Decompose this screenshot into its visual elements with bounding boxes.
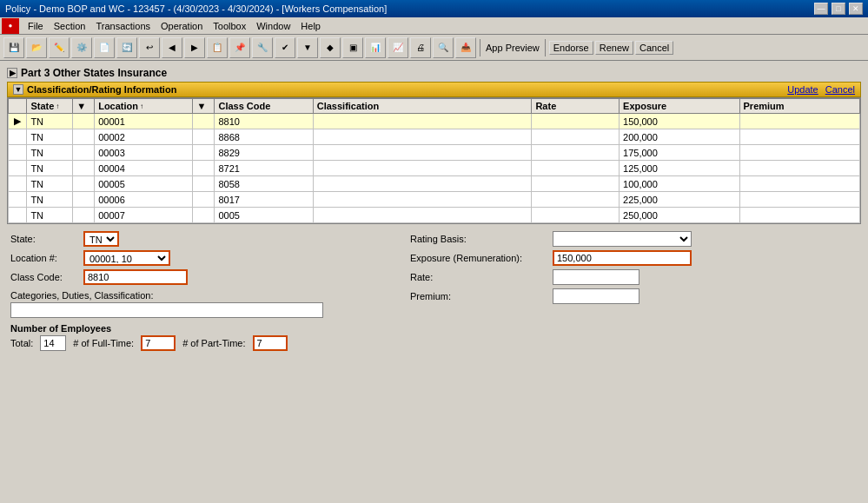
menu-help[interactable]: Help [295, 20, 326, 32]
menu-file[interactable]: File [23, 20, 49, 32]
parttime-input[interactable] [253, 335, 288, 351]
minimize-button[interactable]: — [814, 3, 828, 15]
toolbar-btn7[interactable]: 📌 [229, 37, 250, 58]
cell-rate [532, 176, 620, 192]
menu-operation[interactable]: Operation [156, 20, 208, 32]
table-row[interactable]: TN 00007 0005 250,000 [9, 208, 860, 223]
toolbar-btn1[interactable]: 📄 [94, 37, 115, 58]
toolbar-separator [480, 39, 480, 56]
edit-button[interactable]: ✏️ [49, 37, 70, 58]
cell-location-blank [193, 176, 215, 192]
cell-location: 00003 [95, 145, 193, 161]
classcode-input[interactable] [83, 269, 188, 285]
exposure-label: Exposure (Remuneration): [410, 253, 549, 263]
cell-rate [532, 208, 620, 223]
employees-row: Total: # of Full-Time: # of Part-Time: [10, 335, 858, 351]
toolbar-btn15[interactable]: 🖨 [410, 37, 431, 58]
update-link[interactable]: Update [787, 84, 818, 95]
categories-input[interactable] [10, 302, 323, 318]
toolbar-btn8[interactable]: 🔧 [252, 37, 273, 58]
menu-bar: ● File Section Transactions Operation To… [0, 17, 868, 35]
premium-input[interactable] [553, 288, 639, 304]
table-row[interactable]: TN 00002 8868 200,000 [9, 129, 860, 145]
state-select[interactable]: TN [83, 231, 119, 247]
main-content: ▶ Part 3 Other States Insurance ▼ Classi… [0, 61, 868, 358]
cell-classification [313, 161, 532, 176]
cell-location: 00001 [95, 114, 193, 129]
table-row[interactable]: TN 00003 8829 175,000 [9, 145, 860, 161]
toolbar-btn14[interactable]: 📈 [388, 37, 408, 58]
total-input[interactable] [40, 335, 66, 351]
toolbar: 💾 📂 ✏️ ⚙️ 📄 🔄 ↩ ◀ ▶ 📋 📌 🔧 ✔ ▼ ◆ ▣ 📊 📈 🖨 … [0, 35, 868, 61]
cancel-link[interactable]: Cancel [825, 84, 855, 95]
section-expand-icon[interactable]: ▼ [13, 84, 23, 95]
cell-classcode: 8017 [215, 192, 313, 208]
toolbar-btn2[interactable]: 🔄 [116, 37, 137, 58]
menu-toolbox[interactable]: Toolbox [208, 20, 251, 32]
location-select[interactable]: 00001, 10 [83, 250, 170, 266]
cell-rate [532, 145, 620, 161]
toolbar-btn17[interactable]: 📥 [455, 37, 476, 58]
cell-classification [313, 208, 532, 223]
menu-window[interactable]: Window [251, 20, 295, 32]
col-location-sort-header[interactable]: ▼ [193, 99, 215, 114]
table-row[interactable]: TN 00005 8058 100,000 [9, 176, 860, 192]
cell-state: TN [27, 176, 73, 192]
location-sort-asc[interactable]: ↑ [140, 103, 143, 110]
cell-location: 00004 [95, 161, 193, 176]
cell-classification [313, 145, 532, 161]
save-button[interactable]: 💾 [3, 37, 24, 58]
cell-classification [313, 192, 532, 208]
cell-state: TN [27, 192, 73, 208]
fulltime-input[interactable] [141, 335, 176, 351]
toolbar-btn9[interactable]: ✔ [275, 37, 295, 58]
table-row[interactable]: TN 00004 8721 125,000 [9, 161, 860, 176]
toolbar-btn5[interactable]: ▶ [184, 37, 205, 58]
parttime-label: # of Part-Time: [182, 338, 245, 348]
maximize-button[interactable]: □ [832, 3, 845, 15]
section-header: ▼ Classification/Rating Information Upda… [7, 82, 861, 97]
toolbar-btn12[interactable]: ▣ [342, 37, 363, 58]
rating-basis-select[interactable] [553, 231, 692, 247]
col-classcode-header: Class Code [215, 99, 313, 114]
cell-location-blank [193, 161, 215, 176]
cell-rate [532, 161, 620, 176]
cell-location: 00006 [95, 192, 193, 208]
cell-state: TN [27, 145, 73, 161]
part-expand-icon[interactable]: ▶ [7, 68, 17, 78]
cell-state: TN [27, 129, 73, 145]
cell-exposure: 100,000 [620, 176, 739, 192]
cell-state-blank [73, 192, 95, 208]
cancel-policy-button[interactable]: Cancel [635, 41, 673, 55]
toolbar-btn3[interactable]: ↩ [139, 37, 160, 58]
premium-row: Premium: [410, 288, 858, 304]
config-button[interactable]: ⚙️ [71, 37, 92, 58]
state-sort-asc[interactable]: ↑ [56, 103, 59, 110]
col-exposure-header: Exposure [620, 99, 739, 114]
close-button[interactable]: ✕ [849, 3, 863, 15]
cell-classcode: 0005 [215, 208, 313, 223]
rating-basis-label: Rating Basis: [410, 234, 549, 244]
cell-state-blank [73, 114, 95, 129]
col-state-sort-header[interactable]: ▼ [73, 99, 95, 114]
table-row[interactable]: TN 00006 8017 225,000 [9, 192, 860, 208]
row-pointer [9, 145, 27, 161]
menu-transactions[interactable]: Transactions [90, 20, 156, 32]
endorse-button[interactable]: Endorse [549, 41, 593, 55]
open-button[interactable]: 📂 [26, 37, 47, 58]
classcode-label: Class Code: [10, 272, 80, 282]
toolbar-btn16[interactable]: 🔍 [433, 37, 454, 58]
toolbar-btn13[interactable]: 📊 [365, 37, 386, 58]
toolbar-btn6[interactable]: 📋 [207, 37, 228, 58]
exposure-input[interactable] [553, 250, 692, 266]
renew-button[interactable]: Renew [595, 41, 633, 55]
toolbar-btn4[interactable]: ◀ [162, 37, 182, 58]
toolbar-btn11[interactable]: ◆ [320, 37, 341, 58]
cell-location-blank [193, 192, 215, 208]
rate-input[interactable] [553, 269, 639, 285]
cell-state-blank [73, 208, 95, 223]
toolbar-btn10[interactable]: ▼ [297, 37, 318, 58]
app-preview-label[interactable]: App Preview [486, 43, 540, 53]
menu-section[interactable]: Section [49, 20, 91, 32]
table-row[interactable]: ▶ TN 00001 8810 150,000 [9, 114, 860, 129]
